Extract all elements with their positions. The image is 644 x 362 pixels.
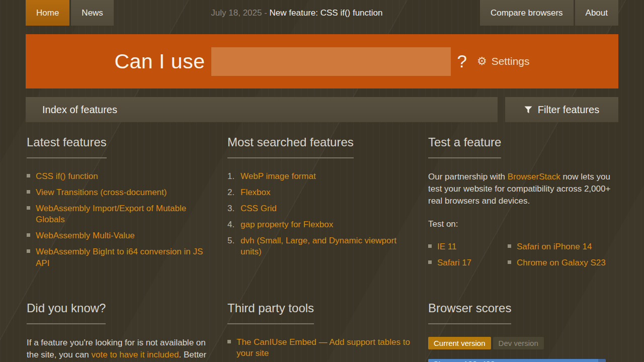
chrome-score-label: Chrome 139: 438 xyxy=(428,359,606,362)
section-third-party-tools: Third party tools The CanIUse Embed — Ad… xyxy=(227,301,417,362)
feature-link[interactable]: WebP image format xyxy=(240,171,316,182)
test-on-label: Test on: xyxy=(428,218,617,230)
latest-features-heading: Latest features xyxy=(27,135,107,158)
list-number: 1. xyxy=(227,171,240,182)
section-did-you-know: Did you know? If a feature you're lookin… xyxy=(27,301,216,362)
gear-icon: ⚙ xyxy=(477,56,487,67)
feature-link[interactable]: CSS if() function xyxy=(36,171,98,182)
list-item: 5.dvh (Small, Large, and Dynamic viewpor… xyxy=(227,235,417,257)
list-item: 3.CSS Grid xyxy=(227,203,417,214)
section-most-searched: Most searched features 1.WebP image form… xyxy=(227,135,417,274)
filter-funnel-icon xyxy=(524,106,532,114)
bullet-square-icon xyxy=(27,174,30,177)
list-item: WebAssembly Import/Export of Mutable Glo… xyxy=(27,203,216,225)
list-item: Chrome on Galaxy S23 xyxy=(508,257,617,268)
list-item: 2.Flexbox xyxy=(227,187,417,198)
did-you-know-paragraph: If a feature you're looking for is not a… xyxy=(27,337,216,362)
nav-about[interactable]: About xyxy=(575,0,618,26)
bullet-square-icon xyxy=(428,260,432,264)
page-container: Home News July 18, 2025 - New feature: C… xyxy=(26,0,618,362)
device-link[interactable]: Chrome on Galaxy S23 xyxy=(517,257,606,268)
browserstack-paragraph: Our partnership with BrowserStack now le… xyxy=(428,171,617,207)
settings-label: Settings xyxy=(492,55,530,67)
bullet-square-icon xyxy=(227,340,231,343)
section-test-a-feature: Test a feature Our partnership with Brow… xyxy=(428,135,617,274)
index-of-features-label: Index of features xyxy=(42,104,117,116)
feature-link[interactable]: WebAssembly BigInt to i64 conversion in … xyxy=(36,246,216,268)
feature-link[interactable]: CSS Grid xyxy=(240,203,277,214)
feature-link[interactable]: WebAssembly Multi-Value xyxy=(36,230,135,241)
bullet-square-icon xyxy=(27,190,30,194)
filter-features-button[interactable]: Filter features xyxy=(505,97,618,122)
list-item: WebAssembly BigInt to i64 conversion in … xyxy=(27,246,216,268)
list-item: View Transitions (cross-document) xyxy=(27,187,216,198)
most-searched-list: 1.WebP image format 2.Flexbox 3.CSS Grid… xyxy=(227,171,417,258)
news-banner-link[interactable]: July 18, 2025 - New feature: CSS if() fu… xyxy=(211,8,382,18)
nav-home[interactable]: Home xyxy=(26,0,69,26)
browserstack-link[interactable]: BrowserStack xyxy=(508,172,560,182)
filter-features-label: Filter features xyxy=(538,104,599,116)
feature-link[interactable]: gap property for Flexbox xyxy=(240,219,333,230)
browser-scores-heading: Browser scores xyxy=(428,301,511,324)
list-item: 4.gap property for Flexbox xyxy=(227,219,417,230)
did-you-know-heading: Did you know? xyxy=(27,301,106,324)
news-title: New feature: CSS if() function xyxy=(270,8,383,18)
list-number: 5. xyxy=(227,235,240,257)
device-list: IE 11 Safari on iPhone 14 Safari 17 Chro… xyxy=(428,241,617,274)
nav-news[interactable]: News xyxy=(71,0,114,26)
main-content: Latest features CSS if() function View T… xyxy=(26,135,618,362)
top-nav: Home News July 18, 2025 - New feature: C… xyxy=(26,0,618,26)
bullet-square-icon xyxy=(508,260,511,264)
device-link[interactable]: Safari 17 xyxy=(437,257,471,268)
feature-link[interactable]: Flexbox xyxy=(240,187,271,198)
feature-link[interactable]: dvh (Small, Large, and Dynamic viewport … xyxy=(240,235,417,257)
most-searched-heading: Most searched features xyxy=(227,135,354,158)
tool-link[interactable]: The CanIUse Embed — Add support tables t… xyxy=(236,337,417,359)
device-link[interactable]: Safari on iPhone 14 xyxy=(517,241,592,252)
hero-header: Can I use ? ⚙ Settings xyxy=(26,34,618,88)
news-date: July 18, 2025 - xyxy=(211,8,269,18)
chrome-score-bar: Chrome 139: 438 xyxy=(428,359,606,362)
nav-right-group: Compare browsers About xyxy=(480,0,618,26)
bullet-square-icon xyxy=(27,206,30,210)
bullet-square-icon xyxy=(27,249,30,253)
latest-features-list: CSS if() function View Transitions (cros… xyxy=(27,171,216,269)
list-item: WebAssembly Multi-Value xyxy=(27,230,216,241)
section-browser-scores: Browser scores Current version Dev versi… xyxy=(428,301,617,362)
device-link[interactable]: IE 11 xyxy=(437,241,456,252)
section-latest-features: Latest features CSS if() function View T… xyxy=(27,135,216,274)
third-party-list: The CanIUse Embed — Add support tables t… xyxy=(227,337,417,362)
paragraph-text: Our partnership with xyxy=(428,172,508,182)
dev-version-button[interactable]: Dev version xyxy=(493,337,544,349)
list-item: Safari 17 xyxy=(428,257,508,268)
list-item: IE 11 xyxy=(428,241,508,252)
site-logo: Can I use xyxy=(114,50,205,73)
list-item: Safari on iPhone 14 xyxy=(508,241,617,252)
current-version-button[interactable]: Current version xyxy=(428,337,491,349)
feature-link[interactable]: View Transitions (cross-document) xyxy=(36,187,167,198)
bullet-square-icon xyxy=(27,233,30,237)
list-number: 2. xyxy=(227,187,240,198)
bullet-square-icon xyxy=(508,244,511,248)
index-row: Index of features Filter features xyxy=(26,97,618,122)
nav-compare-browsers[interactable]: Compare browsers xyxy=(480,0,574,26)
settings-link[interactable]: ⚙ Settings xyxy=(477,55,530,67)
test-a-feature-heading: Test a feature xyxy=(428,135,501,158)
list-number: 4. xyxy=(227,219,240,230)
list-item: The CanIUse Embed — Add support tables t… xyxy=(227,337,417,359)
nav-left-group: Home News xyxy=(26,0,114,26)
index-of-features-bar[interactable]: Index of features xyxy=(26,97,498,122)
list-item: CSS if() function xyxy=(27,171,216,182)
vote-link[interactable]: vote to have it included xyxy=(92,350,179,359)
feature-link[interactable]: WebAssembly Import/Export of Mutable Glo… xyxy=(36,203,216,225)
list-item: 1.WebP image format xyxy=(227,171,417,182)
list-number: 3. xyxy=(227,203,240,214)
bullet-square-icon xyxy=(428,244,432,248)
question-mark: ? xyxy=(457,51,466,71)
third-party-tools-heading: Third party tools xyxy=(227,301,314,324)
score-version-toggle: Current version Dev version xyxy=(428,337,617,349)
feature-search-input[interactable] xyxy=(211,47,451,76)
